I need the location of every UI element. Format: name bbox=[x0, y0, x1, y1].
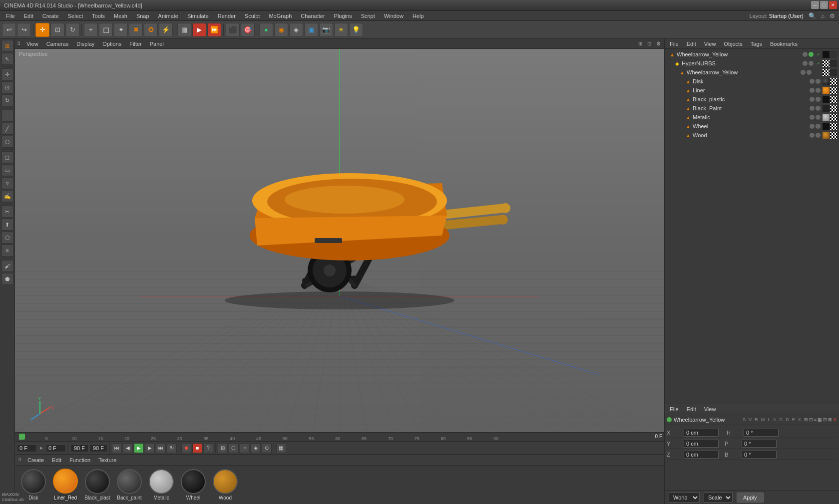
mat-menu-texture[interactable]: Texture bbox=[95, 456, 119, 464]
poly-select-button[interactable]: ▿ bbox=[1, 177, 13, 189]
viewport-menu-view[interactable]: View bbox=[24, 40, 40, 48]
attr-icon-5[interactable]: ⊟ bbox=[823, 417, 827, 422]
scale-button[interactable]: ⊡ bbox=[1, 81, 13, 93]
material-black-plastic[interactable]: Black_plast bbox=[83, 469, 112, 501]
rotate-button[interactable]: ↻ bbox=[1, 94, 13, 106]
obj-row-liner[interactable]: ▲ Liner bbox=[665, 86, 839, 95]
menu-snap[interactable]: Snap bbox=[132, 12, 153, 20]
menu-render[interactable]: Render bbox=[214, 12, 240, 20]
render-view-button[interactable]: ▶ bbox=[192, 23, 206, 37]
record-stop-button[interactable]: ■ bbox=[192, 443, 202, 453]
viewport-menu-panel[interactable]: Panel bbox=[148, 40, 166, 48]
points-button[interactable]: · bbox=[1, 110, 13, 122]
edit-mode-button[interactable]: ✦ bbox=[114, 23, 128, 37]
ik-button[interactable]: ○ bbox=[240, 443, 250, 453]
step-forward-button[interactable]: ▶ bbox=[145, 443, 155, 453]
obj-row-black-paint[interactable]: ▲ Black_Paint bbox=[665, 104, 839, 113]
material-back-paint[interactable]: Back_paint bbox=[115, 469, 144, 501]
attr-icon-1[interactable]: ⊞ bbox=[804, 417, 808, 422]
scale-tool[interactable]: ⊡ bbox=[50, 23, 64, 37]
undo-button[interactable]: ↩ bbox=[2, 23, 16, 37]
move-button[interactable]: ✛ bbox=[1, 68, 13, 80]
bridge-button[interactable]: ≡ bbox=[1, 245, 13, 256]
render-region-button[interactable]: ▦ bbox=[177, 23, 191, 37]
lamp-button[interactable]: 💡 bbox=[349, 23, 363, 37]
deform-button[interactable]: ▣ bbox=[304, 23, 318, 37]
menu-mesh[interactable]: Mesh bbox=[110, 12, 131, 20]
attr-menu-view[interactable]: View bbox=[701, 405, 719, 413]
goto-start-button[interactable]: ⏮ bbox=[112, 443, 122, 453]
rect-select-button[interactable]: ▭ bbox=[1, 164, 13, 176]
view-obj-button[interactable]: 🎯 bbox=[241, 23, 255, 37]
mat-menu-create[interactable]: Create bbox=[24, 456, 47, 464]
snap-button[interactable]: ⊙ bbox=[262, 443, 272, 453]
mat-menu-function[interactable]: Function bbox=[66, 456, 93, 464]
obj-menu-file[interactable]: File bbox=[667, 40, 682, 48]
spline-button[interactable]: ◈ bbox=[289, 23, 303, 37]
material-wheel[interactable]: Wheel bbox=[179, 469, 208, 501]
current-frame-input[interactable] bbox=[17, 444, 37, 452]
start-frame-input[interactable] bbox=[46, 444, 66, 452]
vp-frame-icon[interactable]: ⊞ bbox=[636, 40, 644, 48]
viewport-menu-display[interactable]: Display bbox=[74, 40, 96, 48]
gear-icon[interactable]: ⚙ bbox=[828, 12, 837, 19]
view-perspective-button[interactable]: ⬛ bbox=[226, 23, 240, 37]
texture-mode-button[interactable]: ✖ bbox=[129, 23, 143, 37]
redo-button[interactable]: ↪ bbox=[17, 23, 31, 37]
menu-mograph[interactable]: MoGraph bbox=[265, 12, 296, 20]
scale-select[interactable]: Scale bbox=[704, 493, 733, 503]
close-button[interactable]: ✕ bbox=[829, 1, 837, 9]
timeline-view-button[interactable]: ▦ bbox=[276, 443, 286, 453]
camera-button[interactable]: 📷 bbox=[319, 23, 333, 37]
tweak-tool-button[interactable]: ↖ bbox=[1, 53, 13, 65]
goto-end-button[interactable]: ⏭ bbox=[156, 443, 166, 453]
attr-icon-2[interactable]: ⊡ bbox=[809, 417, 813, 422]
vp-settings-icon[interactable]: ⚙ bbox=[654, 40, 662, 48]
vp-lock-icon[interactable]: ⊡ bbox=[645, 40, 653, 48]
attr-icon-6[interactable]: ⊠ bbox=[828, 417, 832, 422]
sphere-button[interactable]: ● bbox=[259, 23, 273, 37]
attr-input-h[interactable] bbox=[744, 429, 779, 437]
menu-plugins[interactable]: Plugins bbox=[330, 12, 356, 20]
obj-row-wheel[interactable]: ▲ Wheel bbox=[665, 122, 839, 131]
play-button[interactable]: ▶ bbox=[134, 443, 144, 453]
obj-row-wheelbarrow-sub[interactable]: ▲ Wheelbarrow_Yellow bbox=[665, 68, 839, 77]
knife-tool-button[interactable]: ✂ bbox=[1, 206, 13, 218]
attr-input-b[interactable] bbox=[742, 451, 777, 459]
select-tool-button[interactable]: ⊞ bbox=[1, 40, 13, 52]
obj-menu-tags[interactable]: Tags bbox=[748, 40, 765, 48]
bevel-button[interactable]: ⬠ bbox=[1, 232, 13, 244]
edges-button[interactable]: ╱ bbox=[1, 123, 13, 135]
live-select-button[interactable]: ◻ bbox=[1, 151, 13, 163]
render-all-button[interactable]: ⏩ bbox=[207, 23, 221, 37]
menu-edit[interactable]: Edit bbox=[20, 12, 37, 20]
menu-window[interactable]: Window bbox=[380, 12, 408, 20]
motion-blur-button[interactable]: ⊞ bbox=[218, 443, 228, 453]
attr-input-p[interactable] bbox=[742, 440, 777, 448]
freehand-select-button[interactable]: ✍ bbox=[1, 190, 13, 202]
home-icon[interactable]: ⌂ bbox=[819, 12, 827, 19]
record-button[interactable]: ⏺ bbox=[181, 443, 191, 453]
menu-script[interactable]: Script bbox=[357, 12, 379, 20]
constraint-button[interactable]: ⬡ bbox=[229, 443, 239, 453]
menu-create[interactable]: Create bbox=[38, 12, 63, 20]
viewport-menu-options[interactable]: Options bbox=[100, 40, 123, 48]
polys-button[interactable]: ⬡ bbox=[1, 136, 13, 148]
record-options-button[interactable]: ? bbox=[203, 443, 213, 453]
coord-system-select[interactable]: World Object Local bbox=[669, 493, 700, 503]
mat-menu-edit[interactable]: Edit bbox=[49, 456, 64, 464]
extrude-button[interactable]: ⬆ bbox=[1, 219, 13, 231]
light-button[interactable]: ☀ bbox=[334, 23, 348, 37]
menu-simulate[interactable]: Simulate bbox=[183, 12, 213, 20]
attr-input-z-pos[interactable] bbox=[684, 451, 719, 459]
material-wood[interactable]: Wood bbox=[211, 469, 240, 501]
viewport-menu-cameras[interactable]: Cameras bbox=[44, 40, 71, 48]
menu-sculpt[interactable]: Sculpt bbox=[241, 12, 264, 20]
obj-menu-objects[interactable]: Objects bbox=[721, 40, 745, 48]
obj-menu-view[interactable]: View bbox=[701, 40, 719, 48]
key-button[interactable]: ◈ bbox=[251, 443, 261, 453]
maximize-button[interactable]: □ bbox=[820, 1, 828, 9]
attr-icon-4[interactable]: ▦ bbox=[818, 417, 822, 422]
obj-row-black-plastic[interactable]: ▲ Black_plastic bbox=[665, 95, 839, 104]
step-back-button[interactable]: ◀ bbox=[123, 443, 133, 453]
